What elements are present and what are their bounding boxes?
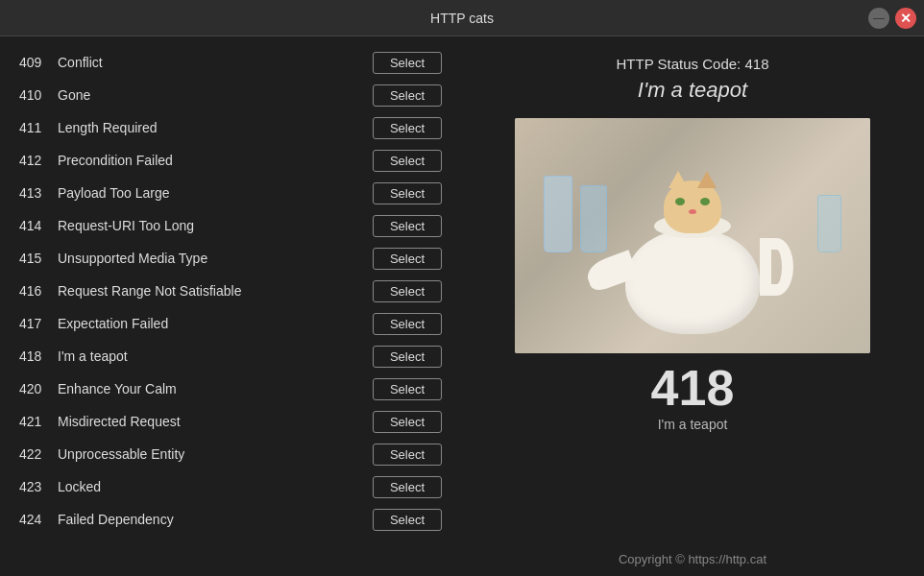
status-name-cell: Failed Dependency	[58, 512, 373, 527]
status-name-cell: Locked	[58, 479, 373, 494]
status-name-cell: Unsupported Media Type	[58, 251, 373, 266]
status-code-cell: 424	[19, 512, 58, 527]
status-name-cell: Request-URI Too Long	[58, 218, 373, 233]
status-row: 418I'm a teapotSelect	[19, 340, 442, 372]
teapot-body	[625, 228, 760, 334]
status-code-cell: 416	[19, 283, 58, 299]
status-code-cell: 413	[19, 185, 58, 201]
cat-head	[664, 180, 721, 233]
status-row: 412Precondition FailedSelect	[19, 144, 442, 177]
status-code-cell: 414	[19, 218, 58, 233]
select-button[interactable]: Select	[373, 52, 442, 74]
title-bar: HTTP cats — ✕	[0, 0, 924, 36]
status-row: 422Unprocessable EntitySelect	[19, 438, 442, 470]
status-name-cell: Gone	[58, 87, 373, 103]
select-button[interactable]: Select	[373, 280, 442, 302]
copyright-text: Copyright © https://http.cat	[619, 542, 766, 566]
status-name-cell: Unprocessable Entity	[58, 446, 373, 462]
status-name-cell: Conflict	[58, 55, 373, 70]
status-code-cell: 417	[19, 316, 58, 331]
close-button[interactable]: ✕	[895, 8, 916, 29]
select-button[interactable]: Select	[373, 248, 442, 270]
status-code-header: HTTP Status Code: 418	[617, 56, 769, 72]
status-row: 411Length RequiredSelect	[19, 111, 442, 144]
window-controls: — ✕	[868, 8, 916, 29]
status-name-cell: Misdirected Request	[58, 414, 373, 429]
status-code-cell: 423	[19, 479, 58, 494]
status-tagline: I'm a teapot	[638, 78, 747, 103]
cat-scene	[515, 118, 870, 353]
status-row: 421Misdirected RequestSelect	[19, 405, 442, 438]
status-name-cell: Enhance Your Calm	[58, 381, 373, 396]
select-button[interactable]: Select	[373, 313, 442, 335]
status-code-cell: 420	[19, 381, 58, 396]
status-name-cell: Expectation Failed	[58, 316, 373, 331]
select-button[interactable]: Select	[373, 411, 442, 433]
cat-nose	[689, 209, 696, 214]
select-button[interactable]: Select	[373, 150, 442, 172]
status-code-cell: 409	[19, 55, 58, 70]
status-row: 410GoneSelect	[19, 79, 442, 111]
status-name-cell: Request Range Not Satisfiable	[58, 283, 373, 299]
status-code-cell: 415	[19, 251, 58, 266]
cat-eye-right	[700, 198, 710, 205]
status-name-cell: Length Required	[58, 120, 373, 135]
cat-ear-right	[697, 171, 717, 188]
status-row: 423LockedSelect	[19, 470, 442, 503]
select-button[interactable]: Select	[373, 182, 442, 204]
status-name-cell: Precondition Failed	[58, 153, 373, 168]
status-row: 420Enhance Your CalmSelect	[19, 372, 442, 405]
teapot-illustration	[606, 209, 779, 334]
detail-panel: HTTP Status Code: 418 I'm a teapot	[461, 36, 924, 576]
status-row: 416Request Range Not SatisfiableSelect	[19, 275, 442, 307]
cat-image	[515, 118, 870, 353]
select-button[interactable]: Select	[373, 117, 442, 139]
select-button[interactable]: Select	[373, 444, 442, 466]
main-content: 409ConflictSelect410GoneSelect411Length …	[0, 36, 924, 576]
status-row: 409ConflictSelect	[19, 46, 442, 79]
teapot-handle	[760, 238, 793, 296]
status-number-large: 418	[651, 363, 735, 413]
select-button[interactable]: Select	[373, 509, 442, 531]
status-code-cell: 422	[19, 446, 58, 462]
app-title: HTTP cats	[430, 11, 494, 26]
status-row: 424Failed DependencySelect	[19, 503, 442, 536]
status-code-cell: 411	[19, 120, 58, 135]
status-row: 417Expectation FailedSelect	[19, 307, 442, 340]
status-list-panel[interactable]: 409ConflictSelect410GoneSelect411Length …	[0, 36, 461, 576]
minimize-button[interactable]: —	[868, 8, 889, 29]
status-code-cell: 410	[19, 87, 58, 103]
cat-eye-left	[675, 198, 685, 205]
status-row: 415Unsupported Media TypeSelect	[19, 242, 442, 275]
select-button[interactable]: Select	[373, 215, 442, 237]
select-button[interactable]: Select	[373, 346, 442, 368]
status-name-cell: Payload Too Large	[58, 185, 373, 201]
status-name-cell: I'm a teapot	[58, 348, 373, 364]
select-button[interactable]: Select	[373, 378, 442, 400]
status-code-cell: 421	[19, 414, 58, 429]
status-code-cell: 412	[19, 153, 58, 168]
select-button[interactable]: Select	[373, 476, 442, 498]
cat-ear-left	[669, 171, 688, 188]
status-row: 413Payload Too LargeSelect	[19, 177, 442, 209]
select-button[interactable]: Select	[373, 84, 442, 107]
status-name-large: I'm a teapot	[658, 417, 728, 432]
status-row: 414Request-URI Too LongSelect	[19, 209, 442, 242]
status-code-cell: 418	[19, 348, 58, 364]
